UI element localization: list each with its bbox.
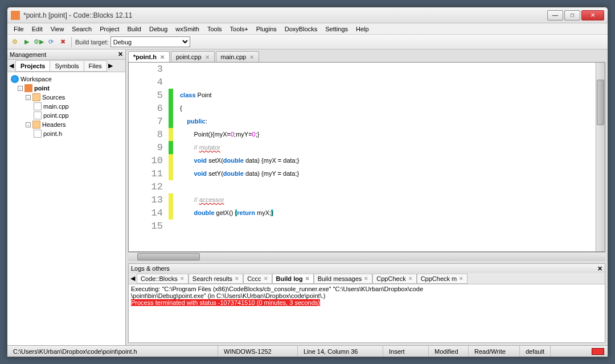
status-encoding: WINDOWS-1252 <box>218 346 298 357</box>
scrollbar-thumb[interactable] <box>597 80 604 125</box>
tree-workspace[interactable]: Workspace <box>10 75 123 84</box>
maximize-button[interactable]: □ <box>564 10 580 20</box>
tab-scroll-right-icon[interactable]: ▶ <box>106 62 114 69</box>
log-tab[interactable]: Cccc✕ <box>243 274 272 284</box>
menu-doxyblocks[interactable]: DoxyBlocks <box>281 24 321 34</box>
folder-icon <box>32 93 40 101</box>
file-tab[interactable]: main.cpp✕ <box>216 51 260 62</box>
gear-icon[interactable]: ⚙ <box>10 37 20 47</box>
minimize-button[interactable]: — <box>547 10 563 20</box>
management-close-icon[interactable]: ✕ <box>118 51 123 58</box>
logs-close-icon[interactable]: ✕ <box>597 265 602 272</box>
log-tab[interactable]: Build messages✕ <box>314 274 373 284</box>
build-target-select[interactable]: Debug <box>110 36 190 47</box>
menu-file[interactable]: File <box>10 24 28 34</box>
menu-edit[interactable]: Edit <box>28 24 47 34</box>
status-mode: Insert <box>383 346 429 357</box>
tree-file-main[interactable]: main.cpp <box>10 102 123 111</box>
menu-project[interactable]: Project <box>96 24 123 34</box>
status-path: C:\Users\KUrban\Dropbox\code\point\point… <box>7 346 218 357</box>
menu-wxsmith[interactable]: wxSmith <box>171 24 203 34</box>
workspace-icon <box>11 75 19 83</box>
file-icon <box>34 111 42 119</box>
log-tab[interactable]: Search results✕ <box>188 274 243 284</box>
tree-sources[interactable]: -Sources <box>10 93 123 102</box>
menu-view[interactable]: View <box>47 24 68 34</box>
status-profile: default <box>520 346 551 357</box>
horizontal-scrollbar[interactable] <box>128 252 605 261</box>
vertical-scrollbar[interactable] <box>596 63 605 251</box>
log-error: Process terminated with status -10737415… <box>131 299 320 306</box>
file-icon <box>34 130 42 138</box>
logs-panel: Logs & others ✕ ◀Code::Blocks✕Search res… <box>128 263 605 343</box>
menu-debug[interactable]: Debug <box>145 24 171 34</box>
statusbar: C:\Users\KUrban\Dropbox\code\point\point… <box>7 345 608 357</box>
code-content[interactable]: class Point{ public: Point(){myX=0;myY=0… <box>173 63 605 251</box>
file-tab[interactable]: point.cpp✕ <box>171 51 215 62</box>
separator <box>71 37 72 47</box>
file-icon <box>34 102 42 110</box>
window-title: *point.h [point] - Code::Blocks 12.11 <box>23 11 547 19</box>
menu-help[interactable]: Help <box>352 24 373 34</box>
tab-close-icon[interactable]: ✕ <box>364 276 368 282</box>
close-button[interactable]: ✕ <box>581 10 604 20</box>
build-run-icon[interactable]: ⚙▶ <box>34 37 44 47</box>
log-tab[interactable]: CppCheck m✕ <box>417 274 468 284</box>
log-tab[interactable]: CppCheck✕ <box>372 274 416 284</box>
tab-close-icon[interactable]: ✕ <box>305 276 310 282</box>
menubar: FileEditViewSearchProjectBuildDebugwxSmi… <box>7 23 608 35</box>
menu-tools[interactable]: Tools <box>203 24 226 34</box>
management-title-text: Management <box>10 51 46 58</box>
titlebar: *point.h [point] - Code::Blocks 12.11 — … <box>7 7 608 23</box>
project-icon <box>24 84 32 92</box>
log-tab[interactable]: Code::Blocks✕ <box>137 274 188 284</box>
app-icon <box>11 11 20 20</box>
tree-file-pointh[interactable]: point.h <box>10 129 123 138</box>
rebuild-icon[interactable]: ⟳ <box>46 37 56 47</box>
main-body: Management ✕ ◀ Projects Symbols Files ▶ … <box>7 49 608 345</box>
menu-build[interactable]: Build <box>123 24 145 34</box>
toolbar: ⚙ ▶ ⚙▶ ⟳ ✖ Build target: Debug <box>7 35 608 49</box>
log-line: \point\bin\Debug\point.exe" (in C:\Users… <box>131 292 602 299</box>
menu-search[interactable]: Search <box>68 24 96 34</box>
run-icon[interactable]: ▶ <box>22 37 32 47</box>
logs-title: Logs & others ✕ <box>129 264 605 273</box>
logs-content[interactable]: Executing: "C:\Program Files (x86)\CodeB… <box>129 284 605 342</box>
collapse-icon[interactable]: - <box>18 86 23 91</box>
management-title: Management ✕ <box>7 49 125 60</box>
tree-project[interactable]: -point <box>10 84 123 93</box>
menu-settings[interactable]: Settings <box>321 24 352 34</box>
management-tabs: ◀ Projects Symbols Files ▶ <box>7 60 125 72</box>
tree-headers[interactable]: -Headers <box>10 120 123 129</box>
scrollbar-thumb[interactable] <box>137 253 200 260</box>
menu-plugins[interactable]: Plugins <box>252 24 281 34</box>
folder-icon <box>32 121 40 129</box>
file-tab[interactable]: *point.h✕ <box>128 51 170 62</box>
status-position: Line 14, Column 36 <box>298 346 383 357</box>
tab-close-icon[interactable]: ✕ <box>235 276 239 282</box>
project-tree: Workspace -point -Sources main.cpp point… <box>7 72 125 345</box>
tab-close-icon[interactable]: ✕ <box>160 54 165 60</box>
tab-scroll-left-icon[interactable]: ◀ <box>129 275 137 282</box>
tree-file-pointcpp[interactable]: point.cpp <box>10 111 123 120</box>
status-modified: Modified <box>429 346 469 357</box>
code-editor[interactable]: 3456789101112131415 class Point{ public:… <box>128 62 605 252</box>
stop-icon[interactable]: ✖ <box>58 37 68 47</box>
tab-files[interactable]: Files <box>84 60 107 72</box>
tab-scroll-left-icon[interactable]: ◀ <box>7 62 15 69</box>
collapse-icon[interactable]: - <box>26 122 31 127</box>
tab-projects[interactable]: Projects <box>15 60 50 72</box>
tab-close-icon[interactable]: ✕ <box>459 276 464 282</box>
tab-symbols[interactable]: Symbols <box>50 60 84 72</box>
collapse-icon[interactable]: - <box>26 95 31 100</box>
tab-close-icon[interactable]: ✕ <box>264 276 268 282</box>
tab-close-icon[interactable]: ✕ <box>249 54 254 60</box>
menu-tools+[interactable]: Tools+ <box>226 24 252 34</box>
tab-close-icon[interactable]: ✕ <box>408 276 413 282</box>
line-gutter: 3456789101112131415 <box>129 63 169 251</box>
tab-close-icon[interactable]: ✕ <box>180 276 184 282</box>
tab-close-icon[interactable]: ✕ <box>205 54 210 60</box>
log-tab[interactable]: Build log✕ <box>272 274 314 284</box>
logs-tabs: ◀Code::Blocks✕Search results✕Cccc✕Build … <box>129 273 605 284</box>
status-flag-icon <box>592 348 604 355</box>
